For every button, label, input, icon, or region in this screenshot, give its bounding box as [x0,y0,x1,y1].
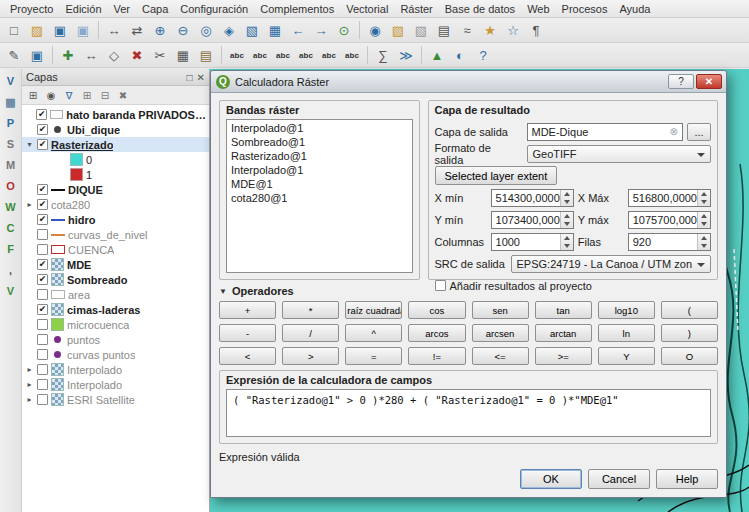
add-wcs-layer-icon[interactable]: C [2,219,20,237]
layer-checkbox[interactable]: ✔ [37,274,48,285]
operator-cos-button[interactable]: cos [408,301,465,319]
layer-checkbox[interactable] [37,244,48,255]
raster-band-item[interactable]: Sombreado@1 [228,135,411,149]
layer-row[interactable]: ✔Ubi_dique [22,122,209,137]
layer-row[interactable]: ▸ESRI Satellite [22,392,209,407]
operator-arcos-button[interactable]: arcos [408,324,465,342]
menu-vectorial[interactable]: Vectorial [340,1,394,17]
layer-checkbox[interactable]: ✔ [37,214,48,225]
save-layer-edits-icon[interactable]: ▣ [26,44,48,66]
raster-band-item[interactable]: Interpolado@1 [228,163,411,177]
rows-input[interactable]: 920 [628,233,711,251]
operator-minus-button[interactable]: - [219,324,276,342]
operator-power-button[interactable]: ^ [345,324,402,342]
menu-capa[interactable]: Capa [136,1,174,17]
manage-map-themes-icon[interactable]: ◉ [43,87,59,103]
layer-checkbox[interactable]: ✔ [37,199,48,210]
layer-checkbox[interactable]: ✔ [37,124,48,135]
expression-editor[interactable]: ( "Rasterizado@1" > 0 )*280 + ( "Rasteri… [226,389,711,437]
ymax-input[interactable]: 1075700,00000 [628,211,711,229]
layer-checkbox[interactable] [37,349,48,360]
spinner-arrows[interactable] [560,190,573,206]
layer-checkbox[interactable] [37,364,48,375]
layer-row[interactable]: ✔hidro [22,212,209,227]
layer-row[interactable]: CUENCA [22,242,209,257]
deselect-features-icon[interactable]: ▧ [410,19,432,41]
label-move-icon[interactable]: abc [295,44,317,66]
spinner-arrows[interactable] [697,234,710,250]
menu-proyecto[interactable]: Proyecto [4,1,59,17]
copy-features-icon[interactable]: ▦ [172,44,194,66]
layer-checkbox[interactable] [37,334,48,345]
expand-all-icon[interactable]: ⊞ [79,87,95,103]
layer-checkbox[interactable]: ✔ [37,304,48,315]
operator-divide-button[interactable]: / [282,324,339,342]
add-delimited-text-layer-icon[interactable]: , [2,261,20,279]
refresh-map-icon[interactable]: ⊙ [333,19,355,41]
add-vector-layer-icon[interactable]: V [2,72,20,90]
open-project-icon[interactable]: ▨ [26,19,48,41]
new-project-icon[interactable]: □ [3,19,25,41]
operator-arctan-button[interactable]: arctan [535,324,592,342]
menu-ver[interactable]: Ver [108,1,137,17]
remove-layer-icon[interactable]: ✖ [115,87,131,103]
layer-row[interactable]: ✔MDE [22,257,209,272]
cancel-button[interactable]: Cancel [588,469,650,489]
menu-raster[interactable]: Ráster [394,1,438,17]
operator-multiply-button[interactable]: * [282,301,339,319]
layer-expander-icon[interactable]: ▸ [25,380,34,389]
layer-checkbox[interactable]: ✔ [37,259,48,270]
operator-close-paren-button[interactable]: ) [661,324,718,342]
menu-base-de-datos[interactable]: Base de datos [439,1,521,17]
operator-equals-button[interactable]: = [345,347,402,365]
operator-arcsen-button[interactable]: arcsen [472,324,529,342]
dialog-help-icon[interactable]: ? [668,74,694,89]
raster-band-item[interactable]: Rasterizado@1 [228,149,411,163]
layer-row[interactable]: curvas_de_nivel [22,227,209,242]
layer-row[interactable]: ✔cimas-laderas [22,302,209,317]
layer-row[interactable]: curvas puntos [22,347,209,362]
layer-checkbox[interactable] [37,289,48,300]
layer-checkbox[interactable] [37,319,48,330]
identify-features-icon[interactable]: ◉ [364,19,386,41]
operator-tan-button[interactable]: tan [535,301,592,319]
layer-row[interactable]: puntos [22,332,209,347]
operator-sen-button[interactable]: sen [472,301,529,319]
output-layer-input[interactable]: MDE-Dique ⊗ [527,123,683,141]
zoom-next-icon[interactable]: → [310,19,332,41]
dialog-titlebar[interactable]: Q Calculadora Ráster ? ✕ [211,71,726,93]
operator-raiz-cuadrada-button[interactable]: raíz cuadrada [345,301,402,319]
ok-button[interactable]: OK [520,469,582,489]
operator-or-button[interactable]: O [661,347,718,365]
output-crs-select[interactable]: EPSG:24719 - La Canoa / UTM zon [511,255,711,273]
add-mssql-layer-icon[interactable]: M [2,156,20,174]
layer-expander-icon[interactable]: ▾ [25,140,34,149]
save-project-icon[interactable]: ▣ [49,19,71,41]
raster-band-item[interactable]: cota280@1 [228,191,411,205]
zoom-in-icon[interactable]: ⊕ [149,19,171,41]
zoom-to-layer-icon[interactable]: ▦ [264,19,286,41]
collapse-arrow-icon[interactable]: ▼ [219,287,227,296]
move-feature-icon[interactable]: ↔ [80,44,102,66]
new-bookmark-icon[interactable]: ★ [479,19,501,41]
menu-edicion[interactable]: Edición [59,1,107,17]
zoom-native-icon[interactable]: ◎ [195,19,217,41]
pan-to-selection-icon[interactable]: ⇄ [126,19,148,41]
dialog-close-icon[interactable]: ✕ [696,74,722,89]
zoom-full-icon[interactable]: ◈ [218,19,240,41]
add-spatialite-layer-icon[interactable]: S [2,135,20,153]
layer-row[interactable]: ✔hato baranda PRIVADOS_A... [22,107,209,122]
operator-ln-button[interactable]: ln [598,324,655,342]
filter-legend-icon[interactable]: ∇ [61,87,77,103]
label-pin-icon[interactable]: abc [249,44,271,66]
paste-features-icon[interactable]: ▤ [195,44,217,66]
layer-checkbox[interactable]: ✔ [37,184,48,195]
label-show-hide-icon[interactable]: abc [272,44,294,66]
operator-and-button[interactable]: Y [598,347,655,365]
label-properties-icon[interactable]: abc [341,44,363,66]
legend-item[interactable]: 1 [22,167,209,182]
field-calculator-icon[interactable]: ∑ [372,44,394,66]
operator-plus-button[interactable]: + [219,301,276,319]
layer-row[interactable]: ▸✔cota280 [22,197,209,212]
measure-line-icon[interactable]: ≈ [456,19,478,41]
